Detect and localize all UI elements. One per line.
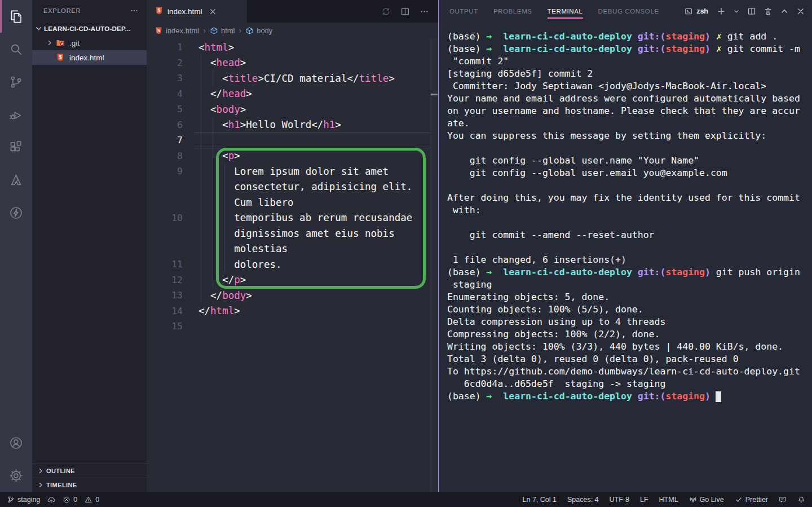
indentation-setting[interactable]: Spaces: 4 [567,496,599,504]
terminal-shell-select[interactable]: zsh [685,7,709,15]
terminal-panel: OUTPUTPROBLEMSTERMINALDEBUG CONSOLE zsh … [438,0,812,492]
branch-indicator[interactable]: staging [7,496,40,504]
sidebar-sections: OUTLINETIMELINE [32,464,147,492]
chevron-up-icon[interactable] [780,7,789,16]
go-live-button[interactable]: Go Live [689,496,724,504]
notifications-bell[interactable] [797,496,805,504]
activity-bar-item-settings-gear[interactable] [0,459,32,492]
chevron-down-icon[interactable] [733,8,740,15]
breadcrumb-item-index-html[interactable]: 5index.html [155,27,199,35]
explorer-title: EXPLORER [43,7,130,14]
terminal-line [447,241,812,254]
breadcrumb-item-body[interactable]: body [245,27,272,35]
more-actions-icon[interactable] [420,7,429,16]
code-line[interactable]: 1<html> [147,39,438,55]
warnings-count[interactable]: 0 [85,496,99,504]
feedback-button[interactable] [779,496,787,504]
breadcrumb-item-html[interactable]: html [210,27,235,35]
add-icon[interactable] [717,7,726,16]
terminal-line: Compressing objects: 100% (2/2), done. [447,328,812,341]
activity-bar-item-thunder-client[interactable] [0,196,32,229]
terminal-line: Total 3 (delta 0), reused 0 (delta 0), p… [447,353,812,365]
trash-icon[interactable] [764,7,773,16]
encoding-setting[interactable]: UTF-8 [610,496,629,504]
split-editor-icon[interactable] [400,7,410,16]
breadcrumb: 5index.html›html›body [147,23,438,38]
code-line[interactable]: 2 <head> [147,55,438,71]
prettier-status[interactable]: Prettier [735,496,768,504]
errors-count-label: 0 [73,496,77,504]
terminal-line: You can suppress this message by setting… [447,130,812,142]
terminal-line: git config --global user.name "Your Name… [447,155,812,167]
split-terminal-icon[interactable] [747,7,756,16]
eol-setting[interactable]: LF [640,496,648,504]
code-line[interactable]: 15 [147,319,438,334]
symbol-element-icon [210,27,218,35]
language-mode[interactable]: HTML [659,496,678,504]
code-line-text: <html> [183,42,234,53]
close-icon[interactable] [796,7,805,16]
terminal-line: (base) → learn-ci-cd-auto-deploy git:(st… [447,43,812,55]
indentation-setting-label: Spaces: 4 [567,496,599,504]
activity-bar-item-files[interactable] [0,0,32,33]
vscode-window: EXPLORER LEARN-CI-CD-AUTO-DEP... .git5in… [0,0,812,507]
warning-icon [85,496,92,504]
panel-tab-debug-console[interactable]: DEBUG CONSOLE [598,0,659,23]
git-branch-icon [7,496,15,504]
code-line[interactable]: 12 </p> [147,272,438,288]
code-line[interactable]: 14</html> [147,303,438,319]
publish-changes-button[interactable] [47,496,55,504]
tree-item-index-html[interactable]: 5index.html [32,50,147,65]
code-line[interactable]: dignissimos amet eius nobis [147,226,438,241]
activity-bar-item-run-debug[interactable] [0,98,32,131]
code-line[interactable]: molestias [147,241,438,257]
code-editor[interactable]: 1<html>2 <head>3 <title>CI/CD material</… [147,38,438,492]
workbench: EXPLORER LEARN-CI-CD-AUTO-DEP... .git5in… [0,0,812,492]
status-bar-left: staging00 [7,496,99,504]
tree-item-label: index.html [69,54,104,62]
code-line[interactable]: 13 </body> [147,288,438,303]
code-line[interactable]: 6 <h1>Hello Wolrd</h1> [147,117,438,133]
terminal-line: To https://github.com/demo-dumbways/lear… [447,365,812,378]
code-line[interactable]: 5 <body> [147,102,438,117]
code-line[interactable]: consectetur, adipisicing elit. [147,179,438,195]
terminal-line: git commit --amend --reset-author [447,229,812,241]
activity-bar-item-account[interactable] [0,426,32,459]
activity-bar-item-source-control[interactable] [0,65,32,98]
code-line[interactable]: 8 <p> [147,148,438,164]
activity-bar-item-search[interactable] [0,33,32,65]
html5-icon: 5 [155,27,163,35]
code-line[interactable]: Cum libero [147,195,438,210]
code-line[interactable]: 7 [147,133,438,148]
terminal-line: Enumerating objects: 5, done. [447,291,812,303]
editor-group: 5index.html 5index.html›html›body 1<html… [147,0,438,492]
more-actions-icon[interactable] [130,6,139,15]
activity-bar-item-azure[interactable] [0,164,32,196]
code-line[interactable]: 9 Lorem ipsum dolor sit amet [147,164,438,179]
errors-count[interactable]: 0 [63,496,77,504]
sync-icon[interactable] [381,7,391,16]
sidebar-section-timeline[interactable]: TIMELINE [32,478,147,492]
sidebar-section-outline[interactable]: OUTLINE [32,464,147,478]
shell-label: zsh [696,7,708,15]
tree-item--git[interactable]: .git [32,36,147,50]
code-line[interactable]: 3 <title>CI/CD material</title> [147,70,438,86]
panel-tab-terminal[interactable]: TERMINAL [548,0,583,23]
code-line[interactable]: 4 </head> [147,86,438,102]
editor-tab-index-html[interactable]: 5index.html [147,0,247,23]
svg-text:5: 5 [59,55,62,60]
close-icon[interactable] [209,7,217,16]
project-root-folder[interactable]: LEARN-CI-CD-AUTO-DEP... [32,21,147,36]
code-line[interactable]: 10 temporibus ab rerum recusandae [147,210,438,226]
explorer-header: EXPLORER [32,0,147,21]
panel-tab-output[interactable]: OUTPUT [449,0,478,23]
panel-tab-problems[interactable]: PROBLEMS [493,0,532,23]
eol-setting-label: LF [640,496,648,504]
activity-bar-item-extensions[interactable] [0,131,32,164]
editor-scrollbar[interactable] [430,38,438,492]
code-line[interactable]: 11 dolores. [147,257,438,272]
terminal[interactable]: (base) → learn-ci-cd-auto-deploy git:(st… [439,23,812,492]
account-icon [8,435,24,451]
chevron-right-icon [37,467,45,475]
cursor-position[interactable]: Ln 7, Col 1 [523,496,557,504]
